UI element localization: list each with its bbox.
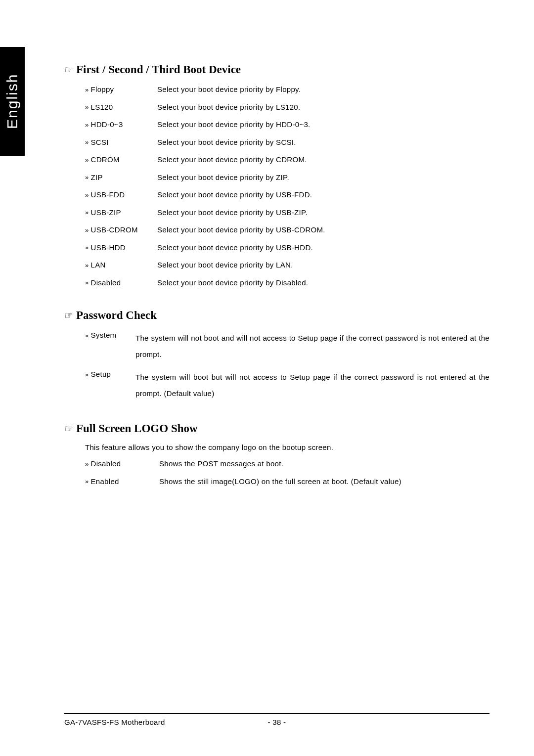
option-label-text: Disabled bbox=[91, 277, 121, 289]
option-row: »ZIPSelect your boot device priority by … bbox=[64, 172, 490, 183]
option-row: »DisabledSelect your boot device priorit… bbox=[64, 277, 490, 289]
arrow-icon: » bbox=[85, 331, 89, 341]
option-desc: Select your boot device priority by Disa… bbox=[157, 277, 490, 289]
section-title-text: Full Screen LOGO Show bbox=[76, 422, 198, 435]
footer-page-number: - 38 - bbox=[268, 718, 286, 726]
option-row: »SetupThe system will boot but will not … bbox=[64, 369, 490, 401]
option-label: »System bbox=[85, 330, 135, 341]
option-desc: Select your boot device priority by LAN. bbox=[157, 260, 490, 271]
option-label-text: ZIP bbox=[91, 172, 103, 183]
footer-left: GA-7VASFS-FS Motherboard bbox=[64, 718, 165, 726]
arrow-icon: » bbox=[85, 190, 89, 200]
option-row: »LANSelect your boot device priority by … bbox=[64, 260, 490, 271]
arrow-icon: » bbox=[85, 208, 89, 218]
option-label-text: LAN bbox=[91, 260, 106, 271]
section-logo-show: ☞ Full Screen LOGO Show This feature all… bbox=[64, 422, 490, 487]
option-label-text: USB-ZIP bbox=[91, 207, 121, 219]
option-desc: Shows the still image(LOGO) on the full … bbox=[159, 476, 490, 488]
option-label: »CDROM bbox=[85, 154, 157, 166]
option-row: »USB-HDDSelect your boot device priority… bbox=[64, 242, 490, 254]
option-desc: Select your boot device priority by USB-… bbox=[157, 242, 490, 254]
option-label: »LAN bbox=[85, 260, 157, 271]
option-desc: Select your boot device priority by Flop… bbox=[157, 84, 490, 95]
hand-icon: ☞ bbox=[64, 310, 73, 321]
option-desc: Select your boot device priority by CDRO… bbox=[157, 154, 490, 166]
section-title-text: Password Check bbox=[76, 309, 157, 322]
option-label: »USB-FDD bbox=[85, 189, 157, 201]
option-label-text: USB-FDD bbox=[91, 189, 125, 201]
arrow-icon: » bbox=[85, 155, 89, 165]
section-title: ☞ Password Check bbox=[64, 309, 490, 322]
option-label: »SCSI bbox=[85, 137, 157, 148]
option-row: »USB-ZIPSelect your boot device priority… bbox=[64, 207, 490, 219]
option-row: »SystemThe system will not boot and will… bbox=[64, 330, 490, 362]
option-label-text: Enabled bbox=[91, 476, 119, 488]
option-label: »Enabled bbox=[85, 476, 159, 488]
option-desc: The system will boot but will not access… bbox=[135, 369, 490, 401]
option-label: »Floppy bbox=[85, 84, 157, 95]
language-tab: English bbox=[0, 47, 25, 156]
option-row: »LS120Select your boot device priority b… bbox=[64, 102, 490, 113]
option-label-text: Disabled bbox=[91, 458, 121, 470]
option-label-text: SCSI bbox=[91, 137, 109, 148]
option-label: »LS120 bbox=[85, 102, 157, 113]
option-row: »EnabledShows the still image(LOGO) on t… bbox=[64, 476, 490, 488]
option-row: »SCSISelect your boot device priority by… bbox=[64, 137, 490, 148]
section-boot-device: ☞ First / Second / Third Boot Device »Fl… bbox=[64, 63, 490, 288]
option-label: »Disabled bbox=[85, 458, 159, 470]
option-row: »DisabledShows the POST messages at boot… bbox=[64, 458, 490, 470]
arrow-icon: » bbox=[85, 477, 89, 487]
option-desc: Select your boot device priority by USB-… bbox=[157, 224, 490, 236]
option-desc: Select your boot device priority by ZIP. bbox=[157, 172, 490, 183]
option-desc: Select your boot device priority by USB-… bbox=[157, 207, 490, 219]
option-label: »USB-CDROM bbox=[85, 224, 157, 236]
option-desc: Select your boot device priority by SCSI… bbox=[157, 137, 490, 148]
option-label: »USB-ZIP bbox=[85, 207, 157, 219]
option-row: »HDD-0~3Select your boot device priority… bbox=[64, 119, 490, 131]
arrow-icon: » bbox=[85, 120, 89, 130]
option-label-text: USB-HDD bbox=[91, 242, 126, 254]
arrow-icon: » bbox=[85, 85, 89, 95]
option-label: »USB-HDD bbox=[85, 242, 157, 254]
option-label-text: Setup bbox=[91, 369, 111, 380]
section-title: ☞ First / Second / Third Boot Device bbox=[64, 63, 490, 76]
option-row: »USB-CDROMSelect your boot device priori… bbox=[64, 224, 490, 236]
option-label: »HDD-0~3 bbox=[85, 119, 157, 131]
arrow-icon: » bbox=[85, 243, 89, 253]
option-desc: Select your boot device priority by USB-… bbox=[157, 189, 490, 201]
option-label: »Disabled bbox=[85, 277, 157, 289]
option-desc: Select your boot device priority by HDD-… bbox=[157, 119, 490, 131]
option-label-text: CDROM bbox=[91, 154, 120, 166]
arrow-icon: » bbox=[85, 225, 89, 235]
option-label-text: USB-CDROM bbox=[91, 224, 138, 236]
option-desc: Select your boot device priority by LS12… bbox=[157, 102, 490, 113]
arrow-icon: » bbox=[85, 370, 89, 380]
arrow-icon: » bbox=[85, 278, 89, 288]
arrow-icon: » bbox=[85, 261, 89, 270]
arrow-icon: » bbox=[85, 459, 89, 469]
option-label-text: LS120 bbox=[91, 102, 113, 113]
option-row: »USB-FDDSelect your boot device priority… bbox=[64, 189, 490, 201]
option-row: »CDROMSelect your boot device priority b… bbox=[64, 154, 490, 166]
option-label-text: System bbox=[91, 330, 117, 341]
footer: GA-7VASFS-FS Motherboard - 38 - bbox=[64, 713, 490, 726]
hand-icon: ☞ bbox=[64, 64, 73, 76]
arrow-icon: » bbox=[85, 102, 89, 112]
section-title: ☞ Full Screen LOGO Show bbox=[64, 422, 490, 435]
option-label: »Setup bbox=[85, 369, 135, 380]
section-password-check: ☞ Password Check »SystemThe system will … bbox=[64, 309, 490, 401]
arrow-icon: » bbox=[85, 137, 89, 147]
page-content: ☞ First / Second / Third Boot Device »Fl… bbox=[64, 63, 490, 508]
section-intro: This feature allows you to show the comp… bbox=[64, 443, 490, 451]
option-label: »ZIP bbox=[85, 172, 157, 183]
option-desc: Shows the POST messages at boot. bbox=[159, 458, 490, 470]
option-label-text: Floppy bbox=[91, 84, 114, 95]
hand-icon: ☞ bbox=[64, 423, 73, 435]
option-desc: The system will not boot and will not ac… bbox=[135, 330, 490, 362]
section-title-text: First / Second / Third Boot Device bbox=[76, 63, 241, 76]
option-label-text: HDD-0~3 bbox=[91, 119, 123, 131]
arrow-icon: » bbox=[85, 173, 89, 182]
option-row: »FloppySelect your boot device priority … bbox=[64, 84, 490, 95]
